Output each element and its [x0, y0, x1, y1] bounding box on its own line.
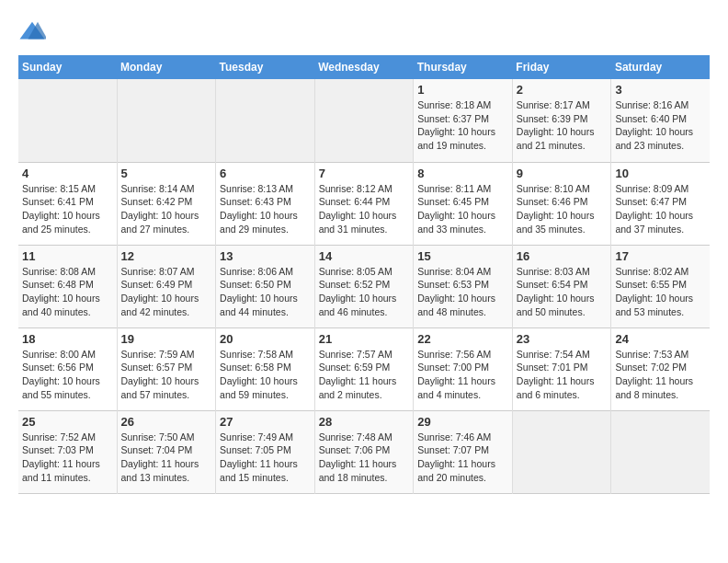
day-info: Sunrise: 8:14 AMSunset: 6:42 PMDaylight:… [121, 182, 212, 236]
day-number: 24 [615, 332, 706, 346]
day-number: 2 [517, 83, 608, 97]
day-cell-0-4: 1Sunrise: 8:18 AMSunset: 6:37 PMDaylight… [414, 79, 513, 162]
day-number: 27 [220, 415, 311, 429]
day-number: 3 [615, 83, 706, 97]
day-cell-4-5 [512, 410, 611, 493]
day-cell-2-6: 17Sunrise: 8:02 AMSunset: 6:55 PMDayligh… [611, 245, 710, 327]
day-info: Sunrise: 7:58 AMSunset: 6:58 PMDaylight:… [220, 348, 311, 402]
day-number: 6 [220, 167, 311, 180]
day-info: Sunrise: 8:18 AMSunset: 6:37 PMDaylight:… [417, 98, 508, 153]
day-info: Sunrise: 8:02 AMSunset: 6:55 PMDaylight:… [615, 265, 706, 319]
day-number: 28 [319, 415, 410, 429]
day-info: Sunrise: 7:48 AMSunset: 7:06 PMDaylight:… [319, 431, 410, 485]
day-cell-2-5: 16Sunrise: 8:03 AMSunset: 6:54 PMDayligh… [512, 245, 611, 327]
week-row-1: 1Sunrise: 8:18 AMSunset: 6:37 PMDaylight… [18, 79, 710, 162]
day-cell-3-2: 20Sunrise: 7:58 AMSunset: 6:58 PMDayligh… [216, 327, 315, 410]
day-info: Sunrise: 7:50 AMSunset: 7:04 PMDaylight:… [121, 431, 212, 485]
day-info: Sunrise: 8:03 AMSunset: 6:54 PMDaylight:… [517, 265, 608, 319]
day-cell-4-0: 25Sunrise: 7:52 AMSunset: 7:03 PMDayligh… [18, 410, 117, 493]
header-sunday: Sunday [18, 55, 117, 79]
day-number: 11 [22, 249, 113, 263]
day-number: 4 [22, 167, 113, 180]
day-info: Sunrise: 8:07 AMSunset: 6:49 PMDaylight:… [121, 265, 212, 319]
header [18, 18, 710, 46]
day-info: Sunrise: 8:05 AMSunset: 6:52 PMDaylight:… [319, 265, 410, 319]
header-friday: Friday [512, 55, 611, 79]
header-wednesday: Wednesday [314, 55, 414, 79]
day-cell-2-3: 14Sunrise: 8:05 AMSunset: 6:52 PMDayligh… [314, 245, 414, 327]
day-cell-2-0: 11Sunrise: 8:08 AMSunset: 6:48 PMDayligh… [18, 245, 117, 327]
day-cell-0-2 [216, 79, 315, 162]
day-info: Sunrise: 8:16 AMSunset: 6:40 PMDaylight:… [615, 98, 706, 153]
day-number: 14 [319, 249, 410, 263]
day-number: 13 [220, 249, 311, 263]
day-cell-4-4: 29Sunrise: 7:46 AMSunset: 7:07 PMDayligh… [414, 410, 513, 493]
day-number: 26 [121, 415, 212, 429]
day-info: Sunrise: 7:54 AMSunset: 7:01 PMDaylight:… [517, 348, 608, 402]
header-tuesday: Tuesday [216, 55, 315, 79]
day-cell-4-1: 26Sunrise: 7:50 AMSunset: 7:04 PMDayligh… [117, 410, 216, 493]
day-number: 1 [417, 83, 508, 97]
day-number: 19 [121, 332, 212, 346]
day-cell-0-5: 2Sunrise: 8:17 AMSunset: 6:39 PMDaylight… [512, 79, 611, 162]
day-info: Sunrise: 7:52 AMSunset: 7:03 PMDaylight:… [22, 431, 113, 485]
day-info: Sunrise: 8:11 AMSunset: 6:45 PMDaylight:… [417, 182, 508, 236]
day-info: Sunrise: 8:09 AMSunset: 6:47 PMDaylight:… [615, 182, 706, 236]
day-info: Sunrise: 7:53 AMSunset: 7:02 PMDaylight:… [615, 348, 706, 402]
day-cell-3-0: 18Sunrise: 8:00 AMSunset: 6:56 PMDayligh… [18, 327, 117, 410]
day-cell-1-6: 10Sunrise: 8:09 AMSunset: 6:47 PMDayligh… [611, 162, 710, 245]
week-row-2: 4Sunrise: 8:15 AMSunset: 6:41 PMDaylight… [18, 162, 710, 245]
day-number: 7 [319, 167, 410, 180]
header-monday: Monday [117, 55, 216, 79]
day-cell-4-3: 28Sunrise: 7:48 AMSunset: 7:06 PMDayligh… [314, 410, 414, 493]
day-cell-3-5: 23Sunrise: 7:54 AMSunset: 7:01 PMDayligh… [512, 327, 611, 410]
day-cell-1-2: 6Sunrise: 8:13 AMSunset: 6:43 PMDaylight… [216, 162, 315, 245]
day-cell-2-2: 13Sunrise: 8:06 AMSunset: 6:50 PMDayligh… [216, 245, 315, 327]
day-cell-0-0 [18, 79, 117, 162]
day-number: 16 [517, 249, 608, 263]
day-number: 10 [615, 167, 706, 180]
day-cell-3-6: 24Sunrise: 7:53 AMSunset: 7:02 PMDayligh… [611, 327, 710, 410]
day-cell-4-6 [611, 410, 710, 493]
day-cell-1-4: 8Sunrise: 8:11 AMSunset: 6:45 PMDaylight… [414, 162, 513, 245]
day-number: 21 [319, 332, 410, 346]
day-info: Sunrise: 8:15 AMSunset: 6:41 PMDaylight:… [22, 182, 113, 236]
day-info: Sunrise: 8:13 AMSunset: 6:43 PMDaylight:… [220, 182, 311, 236]
header-saturday: Saturday [611, 55, 710, 79]
day-cell-3-1: 19Sunrise: 7:59 AMSunset: 6:57 PMDayligh… [117, 327, 216, 410]
day-info: Sunrise: 8:06 AMSunset: 6:50 PMDaylight:… [220, 265, 311, 319]
day-cell-0-1 [117, 79, 216, 162]
day-cell-2-4: 15Sunrise: 8:04 AMSunset: 6:53 PMDayligh… [414, 245, 513, 327]
week-row-5: 25Sunrise: 7:52 AMSunset: 7:03 PMDayligh… [18, 410, 710, 493]
day-cell-1-3: 7Sunrise: 8:12 AMSunset: 6:44 PMDaylight… [314, 162, 414, 245]
day-number: 17 [615, 249, 706, 263]
day-info: Sunrise: 8:12 AMSunset: 6:44 PMDaylight:… [319, 182, 410, 236]
day-number: 12 [121, 249, 212, 263]
day-number: 5 [121, 167, 212, 180]
day-number: 20 [220, 332, 311, 346]
day-number: 29 [417, 415, 508, 429]
logo [18, 18, 51, 46]
day-cell-0-6: 3Sunrise: 8:16 AMSunset: 6:40 PMDaylight… [611, 79, 710, 162]
day-info: Sunrise: 7:56 AMSunset: 7:00 PMDaylight:… [417, 348, 508, 402]
day-info: Sunrise: 7:57 AMSunset: 6:59 PMDaylight:… [319, 348, 410, 402]
day-cell-1-5: 9Sunrise: 8:10 AMSunset: 6:46 PMDaylight… [512, 162, 611, 245]
day-info: Sunrise: 8:10 AMSunset: 6:46 PMDaylight:… [517, 182, 608, 236]
day-number: 9 [517, 167, 608, 180]
header-row: SundayMondayTuesdayWednesdayThursdayFrid… [18, 55, 710, 79]
day-cell-4-2: 27Sunrise: 7:49 AMSunset: 7:05 PMDayligh… [216, 410, 315, 493]
day-info: Sunrise: 7:59 AMSunset: 6:57 PMDaylight:… [121, 348, 212, 402]
week-row-4: 18Sunrise: 8:00 AMSunset: 6:56 PMDayligh… [18, 327, 710, 410]
day-cell-2-1: 12Sunrise: 8:07 AMSunset: 6:49 PMDayligh… [117, 245, 216, 327]
day-number: 15 [417, 249, 508, 263]
day-cell-1-1: 5Sunrise: 8:14 AMSunset: 6:42 PMDaylight… [117, 162, 216, 245]
day-info: Sunrise: 8:04 AMSunset: 6:53 PMDaylight:… [417, 265, 508, 319]
day-cell-3-4: 22Sunrise: 7:56 AMSunset: 7:00 PMDayligh… [414, 327, 513, 410]
day-cell-3-3: 21Sunrise: 7:57 AMSunset: 6:59 PMDayligh… [314, 327, 414, 410]
day-number: 22 [417, 332, 508, 346]
day-number: 23 [517, 332, 608, 346]
day-info: Sunrise: 8:17 AMSunset: 6:39 PMDaylight:… [517, 98, 608, 153]
header-thursday: Thursday [414, 55, 513, 79]
day-number: 18 [22, 332, 113, 346]
day-info: Sunrise: 8:08 AMSunset: 6:48 PMDaylight:… [22, 265, 113, 319]
